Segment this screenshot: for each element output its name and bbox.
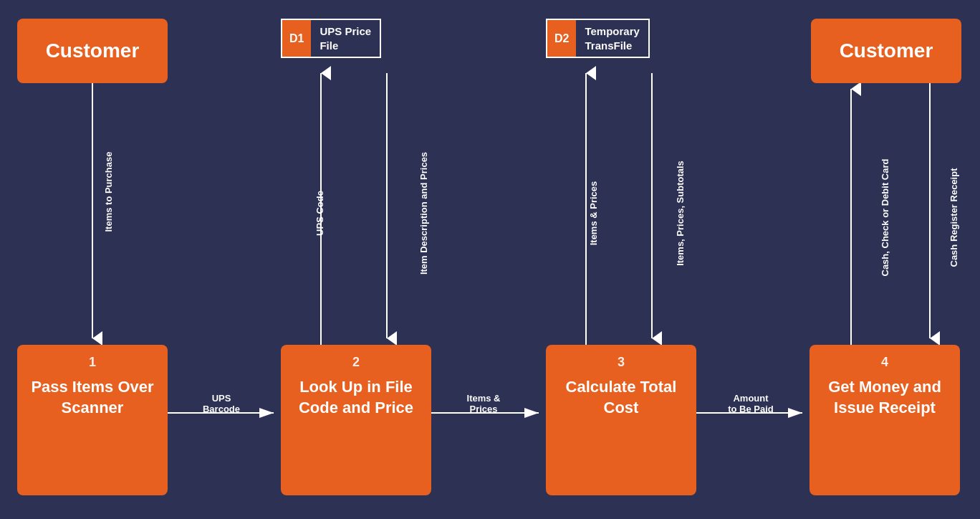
label-items-prices-h: Items &Prices xyxy=(441,393,527,414)
diagram-container: Items to Purchase UPS Code Item Descript… xyxy=(0,0,980,519)
label-items-prices-subtotals: Items, Prices, Subtotals xyxy=(675,161,686,266)
entity-customer-left: Customer xyxy=(17,19,168,83)
process-3: 3 Calculate TotalCost xyxy=(546,345,696,495)
process-1-number: 1 xyxy=(89,355,96,370)
label-receipt: Cash Register Receipt xyxy=(948,168,959,267)
process-2-label: Look Up in FileCode and Price xyxy=(299,377,413,418)
datastore-D2-name: TemporaryTransFile xyxy=(576,20,648,57)
label-item-desc: Item Description and Prices xyxy=(418,152,429,275)
process-3-label: Calculate TotalCost xyxy=(566,377,677,418)
datastore-D2-code: D2 xyxy=(547,20,576,57)
label-ups-barcode: UPSBarcode xyxy=(175,393,268,414)
datastore-D1-code: D1 xyxy=(282,20,311,57)
process-2-number: 2 xyxy=(352,355,360,370)
label-cash-check: Cash, Check or Debit Card xyxy=(880,159,890,277)
entity-customer-right: Customer xyxy=(811,19,961,83)
label-items-prices-up: Items & Prices xyxy=(588,181,599,246)
process-4-label: Get Money andIssue Receipt xyxy=(828,377,941,418)
process-1-label: Pass Items OverScanner xyxy=(31,377,153,418)
label-items-to-purchase: Items to Purchase xyxy=(103,152,114,232)
process-3-number: 3 xyxy=(618,355,625,370)
label-amount-paid: Amountto Be Paid xyxy=(704,393,797,414)
process-4: 4 Get Money andIssue Receipt xyxy=(810,345,960,495)
label-ups-code: UPS Code xyxy=(314,191,325,236)
datastore-D1: D1 UPS PriceFile xyxy=(281,19,381,58)
datastore-D1-name: UPS PriceFile xyxy=(311,20,380,57)
process-1: 1 Pass Items OverScanner xyxy=(17,345,168,495)
process-2: 2 Look Up in FileCode and Price xyxy=(281,345,431,495)
process-4-number: 4 xyxy=(881,355,888,370)
datastore-D2: D2 TemporaryTransFile xyxy=(546,19,650,58)
